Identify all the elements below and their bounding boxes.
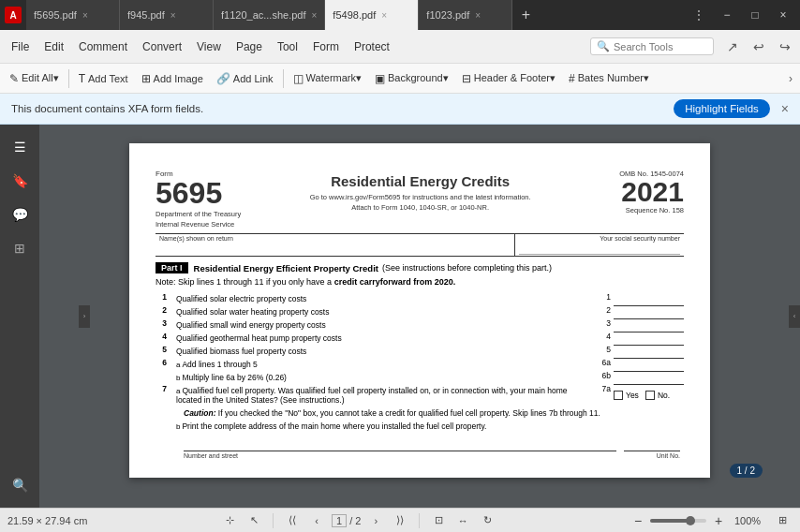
prev-page-button[interactable]: ‹ — [307, 511, 326, 530]
zoom-controls: − + 100% ⊞ — [630, 510, 793, 531]
search-icon: 🔍 — [597, 40, 610, 52]
last-page-button[interactable]: ⟩⟩ — [391, 511, 409, 530]
zoom-fill — [650, 519, 688, 523]
tab-close[interactable]: × — [82, 10, 88, 21]
link-icon: 🔗 — [216, 72, 230, 85]
menu-file[interactable]: File — [4, 37, 37, 57]
background-button[interactable]: ▣ Background▾ — [369, 69, 454, 88]
watermark-button[interactable]: ◫ Watermark▾ — [288, 69, 367, 88]
add-tab-button[interactable]: + — [512, 0, 539, 30]
panel-menu-button[interactable]: ☰ — [5, 132, 35, 162]
form-title: Residential Energy Credits — [248, 173, 592, 189]
panel-bookmark-button[interactable]: 🔖 — [5, 166, 35, 196]
select-tool-button[interactable]: ↖ — [244, 511, 263, 530]
left-panel-collapse[interactable]: › — [79, 305, 90, 328]
search-input[interactable] — [614, 41, 707, 52]
next-page-button[interactable]: › — [366, 511, 385, 530]
rotate-button[interactable]: ↻ — [478, 511, 496, 530]
zoom-slider[interactable] — [650, 519, 706, 523]
background-icon: ▣ — [375, 72, 385, 85]
document-size: 21.59 × 27.94 cm — [7, 515, 87, 526]
total-pages: 2 — [355, 515, 361, 526]
tab-label: f1023.pdf — [426, 9, 469, 21]
panel-comment-button[interactable]: 💬 — [5, 200, 35, 229]
tab-close[interactable]: × — [475, 10, 481, 21]
panel-search-button[interactable]: 🔍 — [5, 470, 35, 500]
menu-convert[interactable]: Convert — [135, 37, 189, 57]
separator-1 — [68, 69, 69, 88]
xfa-close-button[interactable]: × — [781, 101, 789, 116]
bates-number-button[interactable]: # Bates Number▾ — [563, 69, 655, 88]
add-image-button[interactable]: ⊞ Add Image — [136, 69, 209, 88]
redo-icon[interactable]: ↪ — [774, 36, 796, 58]
fit-page-button[interactable]: ⊡ — [429, 511, 448, 530]
menu-comment[interactable]: Comment — [71, 37, 135, 57]
tab-label: f5498.pdf — [333, 9, 376, 21]
line-1: 1 Qualified solar electric property cost… — [156, 292, 684, 305]
page-indicator: 1 / 2 — [730, 464, 763, 478]
tab-f1023[interactable]: f1023.pdf × — [419, 0, 512, 30]
tab-f5695[interactable]: f5695.pdf × — [26, 0, 120, 30]
current-page[interactable]: 1 — [332, 514, 347, 527]
share-icon[interactable]: ↗ — [721, 36, 744, 58]
background-label: Background▾ — [388, 72, 449, 84]
tab-close[interactable]: × — [381, 10, 387, 21]
fit-width-button[interactable]: ↔ — [453, 511, 472, 530]
menu-right-icons: ↗ ↩ ↪ — [721, 36, 796, 58]
menu-view[interactable]: View — [189, 37, 229, 57]
tab-bar: f5695.pdf × f945.pdf × f1120_ac...she.pd… — [26, 0, 678, 30]
line-7a: 7 aQualified fuel cell property. Was qua… — [156, 384, 684, 406]
tab-f945[interactable]: f945.pdf × — [120, 0, 214, 30]
undo-icon[interactable]: ↩ — [748, 36, 770, 58]
navigation-controls: ⊹ ↖ ⟨⟨ ‹ 1 / 2 › ⟩⟩ ⊡ ↔ ↻ — [87, 511, 630, 530]
header-footer-button[interactable]: ⊟ Header & Footer▾ — [456, 69, 561, 88]
add-image-label: Add Image — [154, 73, 203, 84]
line-6a: 6 aAdd lines 1 through 5 6a — [156, 358, 684, 371]
search-tools-input[interactable]: 🔍 — [590, 37, 714, 55]
tab-f1120[interactable]: f1120_ac...she.pdf × — [214, 0, 325, 30]
add-link-button[interactable]: 🔗 Add Link — [211, 69, 279, 88]
panel-thumbnails-button[interactable]: ⊞ — [5, 233, 35, 263]
maximize-button[interactable]: □ — [742, 6, 768, 24]
part1-title: Residential Energy Efficient Property Cr… — [194, 263, 378, 273]
menu-protect[interactable]: Protect — [347, 37, 397, 57]
tab-close[interactable]: × — [312, 10, 318, 21]
app-icon: A — [4, 6, 22, 24]
address-row: Number and street Unit No. — [156, 433, 684, 459]
zoom-out-button[interactable]: − — [630, 512, 646, 529]
zoom-level[interactable]: 100% — [734, 515, 768, 526]
more-tools-button[interactable]: › — [785, 69, 796, 88]
view-options-button[interactable]: ⊞ — [772, 510, 793, 531]
svg-text:A: A — [9, 10, 16, 21]
form-lines-table: 1 Qualified solar electric property cost… — [156, 292, 684, 459]
menu-form[interactable]: Form — [305, 37, 347, 57]
zoom-thumb[interactable] — [686, 516, 695, 525]
close-button[interactable]: × — [770, 6, 796, 24]
line-2: 2 Qualified solar water heating property… — [156, 305, 684, 318]
minimize-button[interactable]: − — [714, 6, 740, 24]
part1-header: Part I Residential Energy Efficient Prop… — [156, 262, 684, 273]
tax-year: 2021 — [600, 178, 684, 206]
menu-page[interactable]: Page — [229, 37, 270, 57]
cursor-tool-button[interactable]: ⊹ — [220, 511, 239, 530]
line-4: 4 Qualified geothermal heat pump propert… — [156, 332, 684, 345]
more-options-button[interactable]: ⋮ — [686, 6, 712, 24]
right-panel-collapse[interactable]: ‹ — [789, 305, 800, 328]
bates-icon: # — [569, 72, 575, 85]
watermark-label: Watermark▾ — [306, 72, 362, 84]
main-area: ☰ 🔖 💬 ⊞ 🔍 › Form 5695 Department of the … — [0, 125, 800, 508]
tab-close[interactable]: × — [170, 10, 176, 21]
menu-tool[interactable]: Tool — [270, 37, 305, 57]
add-text-button[interactable]: T Add Text — [73, 69, 134, 88]
zoom-in-button[interactable]: + — [710, 512, 727, 529]
edit-all-button[interactable]: ✎ Edit All▾ — [4, 69, 65, 88]
tab-f5498[interactable]: f5498.pdf × — [325, 0, 419, 30]
highlight-fields-button[interactable]: Highlight Fields — [674, 99, 770, 118]
tab-label: f5695.pdf — [34, 9, 77, 21]
pdf-viewer[interactable]: › Form 5695 Department of the Treasury I… — [39, 125, 800, 508]
nav-separator-2 — [419, 513, 420, 528]
bates-number-label: Bates Number▾ — [578, 72, 649, 84]
first-page-button[interactable]: ⟨⟨ — [283, 511, 302, 530]
menu-edit[interactable]: Edit — [37, 37, 71, 57]
part1-instructions: (See instructions before completing this… — [382, 263, 552, 273]
